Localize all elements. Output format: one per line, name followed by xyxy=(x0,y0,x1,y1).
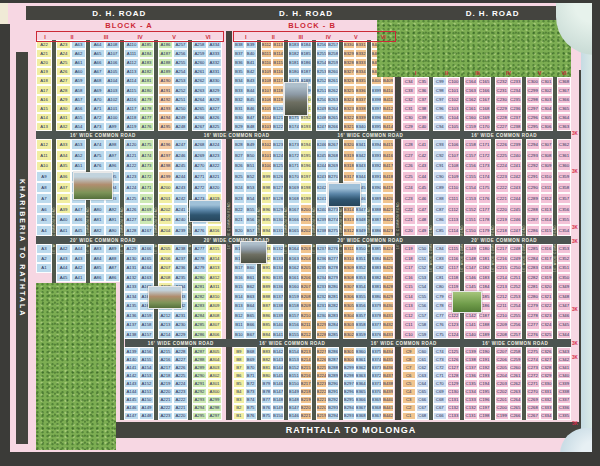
plot-cell: A328 xyxy=(207,95,222,104)
plot-cell: A65 xyxy=(90,49,105,58)
plot-row: A287A305 xyxy=(192,347,222,355)
plot-cell: A312 xyxy=(207,273,222,283)
plot-row: C284C317 xyxy=(526,254,553,264)
plot-cell: B173 xyxy=(288,139,300,150)
plot-cell: A126 xyxy=(124,204,139,215)
plot-cell: B311 xyxy=(343,244,355,254)
plot-band: B38B39B37B40B36B41B35B42B34B43B33B44B32B… xyxy=(233,40,257,131)
plot-cell: C138 xyxy=(464,355,478,363)
plot-cell: A107 xyxy=(105,49,120,58)
plot-cell: B298 xyxy=(343,371,355,379)
plot-cell: A190 xyxy=(158,76,173,85)
plot-cell: A15 xyxy=(36,104,52,113)
plot-row: A35A51 xyxy=(56,161,86,172)
plot-cell: C180 xyxy=(478,244,492,254)
common-road-horizontal-2: 20' WIDE COMMON ROAD20' WIDE COMMON ROAD… xyxy=(36,236,571,244)
plot-cell: B33 xyxy=(233,85,245,94)
plot-cell: C255 xyxy=(509,311,523,321)
plot-row: C70C129 xyxy=(433,379,460,387)
plot-row: C86C113 xyxy=(433,214,460,225)
plot-row: A267A325 xyxy=(192,122,222,131)
plot-cell: A179 xyxy=(139,95,154,104)
plot-cell: C94 xyxy=(433,122,447,131)
plot-cell: C132 xyxy=(447,404,461,412)
plot-cell: B393 xyxy=(371,150,383,161)
plot-row: A264A328 xyxy=(192,95,222,104)
plot-cell: A80 xyxy=(90,204,105,215)
plot-cell: C129 xyxy=(447,379,461,387)
plot-band: A42A44A43A43A44A42A45A41 xyxy=(56,244,86,282)
plot-cell: C301 xyxy=(540,77,554,86)
plot-row: C131C198 xyxy=(464,412,491,420)
plot-cell: B247 xyxy=(316,122,328,131)
plot-cell: A136 xyxy=(124,311,139,321)
plot-row: C219C246 xyxy=(495,214,522,225)
plot-cell: A201 xyxy=(158,193,173,204)
plot-cell: A248 xyxy=(173,122,188,131)
plot-row: A290A302 xyxy=(192,371,222,379)
plot-cell: B411 xyxy=(382,95,394,104)
plot-cell: B270 xyxy=(327,171,339,182)
plot-row: B152B215 xyxy=(288,363,312,371)
plot-cell: B322 xyxy=(343,113,355,122)
plot-cell: B412 xyxy=(382,104,394,113)
plot-row: A116A179 xyxy=(124,95,154,104)
plot-row: C221C244 xyxy=(495,193,522,204)
plot-cell: B310 xyxy=(343,254,355,264)
plot-row: B392B417 xyxy=(371,161,395,172)
plot-row: B153B214 xyxy=(288,355,312,363)
plot-cell: B185 xyxy=(300,49,312,58)
plot-cell: A176 xyxy=(139,122,154,131)
plot-cell: A149 xyxy=(139,404,154,412)
bottom-left-lawn xyxy=(36,283,116,450)
plot-cell: A330 xyxy=(207,76,222,85)
plot-row: B163B204 xyxy=(288,254,312,264)
plot-row: B381B428 xyxy=(371,282,395,292)
plot-row: C288C313 xyxy=(526,204,553,215)
plot-row: C299C302 xyxy=(526,86,553,95)
plot-cell: B376 xyxy=(371,330,383,340)
plot-cell: C205 xyxy=(495,363,509,371)
plot-row: C11C58 xyxy=(402,320,429,330)
plot-row: C232C233 xyxy=(495,77,522,86)
plot-cell: C337 xyxy=(557,396,571,404)
plot-cell: B5 xyxy=(233,379,245,387)
plot-cell: C305 xyxy=(540,113,554,122)
plot-cell: B388 xyxy=(371,204,383,215)
plot-cell: B302 xyxy=(343,330,355,340)
plot-cell: B110 xyxy=(261,58,273,67)
plot-row: C231C234 xyxy=(495,86,522,95)
plot-row: B367B442 xyxy=(371,412,395,420)
plot-cell: B359 xyxy=(355,330,367,340)
plot-band: C300C301C299C302C298C303C297C304C296C305… xyxy=(526,77,553,131)
plot-row: A140A155 xyxy=(124,355,154,363)
plot-cell: A112 xyxy=(124,58,139,67)
plot-cell: A91 xyxy=(105,214,120,225)
plot-cell: B260 xyxy=(327,67,339,76)
plot-row: B34B43 xyxy=(233,76,257,85)
column-numeral: V xyxy=(344,32,368,41)
plot-column-c-v: C300C301C299C302C298C303C297C304C296C305… xyxy=(526,77,553,420)
plot-row: B105B120 xyxy=(261,104,285,113)
plot-cell: B421 xyxy=(382,204,394,215)
plot-row: A19 xyxy=(36,67,52,76)
plot-cell: C23 xyxy=(402,193,416,204)
plot-band: B385B424B384B425B383B426B382B427B381B428… xyxy=(371,244,395,339)
plot-cell: B414 xyxy=(382,122,394,131)
plot-cell: C183 xyxy=(478,273,492,283)
plot-cell: B243 xyxy=(316,171,328,182)
plot-cell: A253 xyxy=(173,76,188,85)
plot-row: B169B198 xyxy=(288,182,312,193)
plot-cell: C318 xyxy=(540,263,554,273)
plot-cell: B220 xyxy=(316,404,328,412)
plot-row: C138C191 xyxy=(464,355,491,363)
plot-row: B167B200 xyxy=(288,204,312,215)
plot-cell: B168 xyxy=(288,193,300,204)
plot-cell: C157 xyxy=(464,150,478,161)
plot-cell: A304 xyxy=(207,355,222,363)
plot-cell: B296 xyxy=(343,388,355,396)
plot-cell: A293 xyxy=(192,396,207,404)
plot-row: B235B278 xyxy=(316,263,340,273)
plot-row: B250B263 xyxy=(316,95,340,104)
plot-row: A128A167 xyxy=(124,225,154,236)
